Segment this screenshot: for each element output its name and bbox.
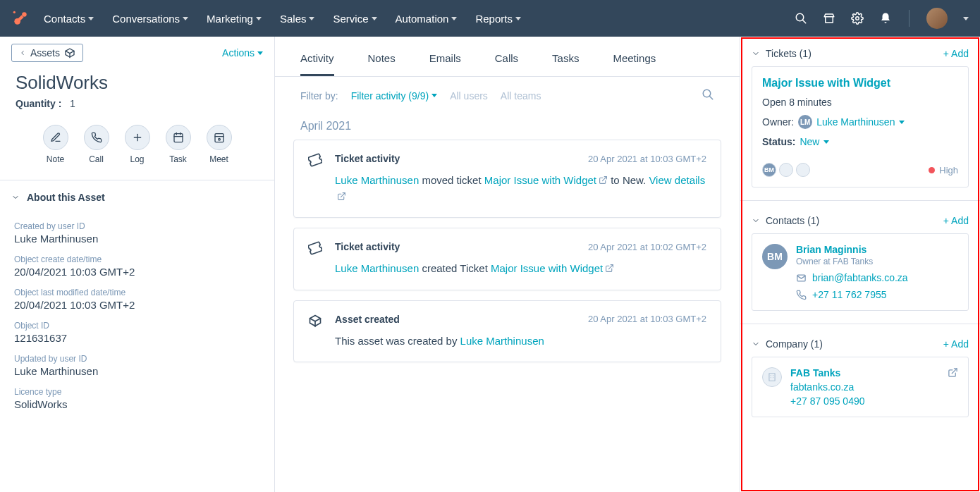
back-label: Assets bbox=[30, 47, 60, 59]
back-to-assets-button[interactable]: Assets bbox=[11, 44, 83, 62]
activity-link[interactable]: Luke Marthinusen bbox=[335, 262, 419, 274]
nav-item-contacts[interactable]: Contacts bbox=[44, 13, 94, 25]
nav-item-conversations[interactable]: Conversations bbox=[112, 13, 188, 25]
property-label: Created by user ID bbox=[14, 221, 260, 231]
caret-down-icon bbox=[451, 17, 457, 20]
contact-avatar: BM bbox=[762, 163, 776, 177]
meet-button[interactable]: Meet bbox=[207, 125, 232, 164]
external-link-icon bbox=[605, 264, 614, 273]
filter-all-users[interactable]: All users bbox=[450, 90, 488, 102]
email-icon bbox=[796, 273, 807, 283]
ticket-owner-link[interactable]: Luke Marthinusen bbox=[816, 116, 895, 128]
call-button[interactable]: Call bbox=[84, 125, 109, 164]
company-domain-link[interactable]: fabtanks.co.za bbox=[790, 381, 939, 393]
tab-notes[interactable]: Notes bbox=[368, 52, 396, 76]
account-menu-caret-icon[interactable] bbox=[963, 17, 969, 20]
note-button[interactable]: Note bbox=[43, 125, 68, 164]
activity-link[interactable]: Major Issue with Widget bbox=[484, 174, 596, 186]
ticket-open-duration: Open 8 minutes bbox=[762, 97, 958, 108]
hubspot-logo-icon[interactable] bbox=[11, 9, 30, 27]
svg-point-1 bbox=[22, 12, 26, 16]
contact-avatar: BM bbox=[762, 244, 788, 269]
nav-item-service[interactable]: Service bbox=[333, 13, 376, 25]
settings-icon[interactable] bbox=[851, 12, 864, 25]
contact-phone-link[interactable]: +27 11 762 7955 bbox=[812, 289, 887, 300]
add-contact-button[interactable]: + Add bbox=[943, 215, 969, 226]
tab-tasks[interactable]: Tasks bbox=[552, 52, 579, 76]
company-section-toggle[interactable]: Company (1) + Add bbox=[752, 334, 969, 357]
top-nav: ContactsConversationsMarketingSalesServi… bbox=[0, 0, 980, 37]
tickets-section-toggle[interactable]: Tickets (1) + Add bbox=[752, 44, 969, 66]
contact-email-link[interactable]: brian@fabtanks.co.za bbox=[812, 272, 908, 283]
activity-title: Asset created bbox=[335, 314, 400, 325]
svg-line-17 bbox=[709, 96, 713, 99]
activity-description: Luke Marthinusen moved ticket Major Issu… bbox=[335, 173, 706, 204]
ticket-status-value[interactable]: New bbox=[800, 136, 819, 147]
filter-all-teams[interactable]: All teams bbox=[501, 90, 541, 102]
activity-search-icon[interactable] bbox=[702, 88, 714, 103]
svg-rect-9 bbox=[174, 134, 183, 142]
activity-link[interactable]: Luke Marthinusen bbox=[460, 335, 544, 347]
company-name-link[interactable]: FAB Tanks bbox=[790, 367, 939, 379]
caret-down-icon bbox=[431, 94, 437, 97]
caret-down-icon bbox=[515, 17, 521, 20]
company-card[interactable]: FAB Tanks fabtanks.co.za +27 87 095 0490 bbox=[752, 357, 969, 417]
company-icon bbox=[762, 367, 782, 387]
filter-activity-dropdown[interactable]: Filter activity (9/9) bbox=[351, 90, 437, 102]
activity-link[interactable]: Luke Marthinusen bbox=[335, 174, 419, 186]
placeholder-avatar bbox=[779, 163, 793, 177]
property-row: Object ID121631637 bbox=[14, 321, 260, 344]
property-value: 121631637 bbox=[14, 332, 260, 344]
tab-calls[interactable]: Calls bbox=[495, 52, 518, 76]
asset-icon bbox=[308, 314, 324, 329]
chevron-down-icon bbox=[752, 340, 760, 348]
activity-timestamp: 20 Apr 2021 at 10:03 GMT+2 bbox=[588, 154, 706, 164]
log-button[interactable]: Log bbox=[125, 125, 150, 164]
task-button[interactable]: Task bbox=[166, 125, 191, 164]
filter-by-label: Filter by: bbox=[300, 90, 338, 102]
activity-timestamp: 20 Apr 2021 at 10:03 GMT+2 bbox=[588, 314, 706, 324]
nav-item-marketing[interactable]: Marketing bbox=[207, 13, 262, 25]
open-company-icon[interactable] bbox=[948, 367, 958, 380]
ticket-title-link[interactable]: Major Issue with Widget bbox=[762, 77, 958, 90]
caret-down-icon[interactable] bbox=[823, 140, 829, 144]
activity-link[interactable]: Major Issue with Widget bbox=[491, 262, 603, 274]
ticket-icon bbox=[308, 153, 324, 168]
activity-month-header: April 2021 bbox=[275, 114, 740, 140]
nav-item-sales[interactable]: Sales bbox=[280, 13, 315, 25]
activity-card: Ticket activity20 Apr 2021 at 10:03 GMT+… bbox=[293, 140, 721, 218]
add-ticket-button[interactable]: + Add bbox=[943, 48, 969, 59]
property-value: SolidWorks bbox=[14, 398, 260, 410]
associated-avatars[interactable]: BM bbox=[762, 163, 810, 177]
phone-icon bbox=[796, 290, 807, 300]
contacts-section-toggle[interactable]: Contacts (1) + Add bbox=[752, 211, 969, 233]
note-icon bbox=[43, 125, 68, 150]
add-company-button[interactable]: + Add bbox=[943, 338, 969, 350]
nav-item-automation[interactable]: Automation bbox=[396, 13, 458, 25]
external-link-icon bbox=[337, 192, 346, 201]
property-value: Luke Marthinusen bbox=[14, 365, 260, 377]
search-icon[interactable] bbox=[795, 12, 807, 25]
user-avatar[interactable] bbox=[926, 8, 948, 29]
ticket-priority: High bbox=[929, 165, 958, 176]
ticket-card[interactable]: Major Issue with Widget Open 8 minutes O… bbox=[752, 66, 969, 187]
quantity-label: Quantity : bbox=[16, 98, 61, 109]
tab-emails[interactable]: Emails bbox=[429, 52, 461, 76]
nav-item-reports[interactable]: Reports bbox=[475, 13, 521, 25]
notifications-icon[interactable] bbox=[879, 12, 892, 25]
ticket-owner-label: Owner: bbox=[762, 116, 794, 128]
marketplace-icon[interactable] bbox=[823, 12, 835, 25]
about-section-toggle[interactable]: About this Asset bbox=[0, 180, 274, 209]
tab-meetings[interactable]: Meetings bbox=[613, 52, 656, 76]
property-label: Updated by user ID bbox=[14, 354, 260, 364]
contact-card[interactable]: BM Brian Maginnis Owner at FAB Tanks bri… bbox=[752, 233, 969, 311]
activity-link[interactable]: View details bbox=[649, 174, 705, 186]
contact-name-link[interactable]: Brian Maginnis bbox=[796, 244, 958, 255]
caret-down-icon bbox=[372, 17, 377, 20]
left-panel: Assets Actions SolidWorks Quantity : 1 N… bbox=[0, 37, 275, 492]
tab-activity[interactable]: Activity bbox=[300, 52, 334, 76]
caret-down-icon[interactable] bbox=[899, 121, 905, 124]
property-value: 20/04/2021 10:03 GMT+2 bbox=[14, 266, 260, 278]
actions-dropdown[interactable]: Actions bbox=[222, 47, 263, 59]
company-phone-link[interactable]: +27 87 095 0490 bbox=[790, 395, 939, 407]
